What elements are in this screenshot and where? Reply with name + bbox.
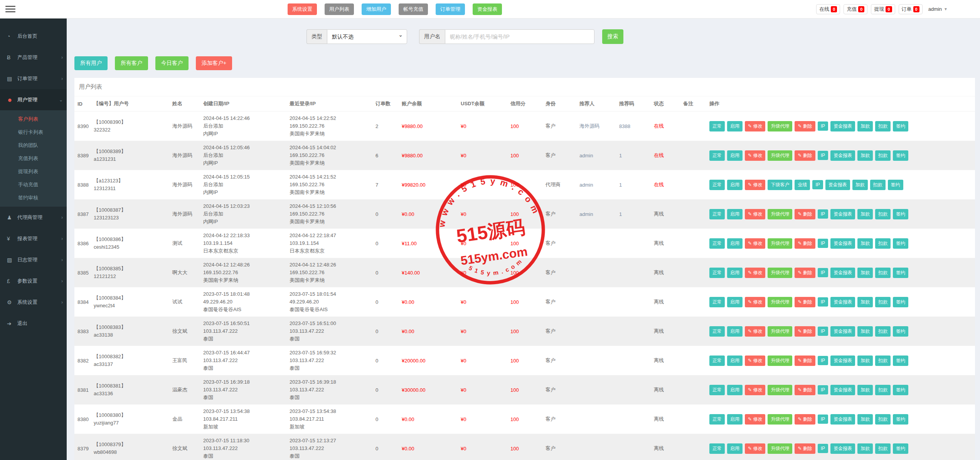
action-funds-report-button[interactable]: 资金报表 (830, 326, 855, 337)
sidebar-subitem-客户列表[interactable]: 客户列表 (0, 113, 67, 126)
sidebar-item-系统设置[interactable]: ⚙系统设置› (0, 292, 67, 313)
action-deduct-funds-button[interactable]: 扣款 (875, 414, 891, 425)
action-upgrade-agent-button[interactable]: 升级代理 (768, 385, 792, 395)
action-delete-button[interactable]: ✎ 删除 (795, 414, 815, 425)
action-funds-report-button[interactable]: 资金报表 (830, 209, 855, 219)
action-sign-button[interactable]: 签约 (893, 121, 908, 131)
action-normal-button[interactable]: 正常 (709, 414, 725, 425)
action-ip-button[interactable]: IP (818, 121, 828, 131)
action-edit-button[interactable]: ✎ 修改 (745, 326, 765, 337)
topnav-add-user-button[interactable]: 增加用户 (362, 3, 391, 15)
action-delete-button[interactable]: ✎ 删除 (795, 209, 815, 219)
sidebar-item-代理商管理[interactable]: ♟代理商管理› (0, 207, 67, 228)
action-upgrade-agent-button[interactable]: 升级代理 (768, 443, 792, 454)
action-delete-button[interactable]: ✎ 删除 (795, 297, 815, 307)
filter-all-users-button[interactable]: 所有用户 (74, 56, 108, 70)
action-deduct-funds-button[interactable]: 扣款 (875, 238, 891, 249)
action-ip-button[interactable]: IP (818, 209, 828, 219)
action-enable-button[interactable]: 启用 (727, 356, 743, 366)
cell-referrer[interactable]: admin (576, 199, 616, 229)
action-enable-button[interactable]: 启用 (727, 268, 743, 278)
search-button[interactable]: 搜索 (602, 29, 623, 44)
cell-referrer[interactable]: admin (576, 170, 616, 199)
filter-all-clients-button[interactable]: 所有客户 (115, 56, 148, 70)
action-normal-button[interactable]: 正常 (709, 356, 725, 366)
action-enable-button[interactable]: 启用 (727, 209, 743, 219)
action-enable-button[interactable]: 启用 (727, 150, 743, 161)
action-delete-button[interactable]: ✎ 删除 (795, 121, 815, 131)
action-deduct-funds-button[interactable]: 扣款 (875, 150, 891, 161)
action-add-funds-button[interactable]: 加款 (857, 356, 873, 366)
sidebar-item-后台首页[interactable]: ◔后台首页 (0, 25, 67, 47)
action-add-funds-button[interactable]: 加款 (857, 297, 873, 307)
menu-toggle-icon[interactable] (5, 6, 15, 12)
action-deduct-funds-button[interactable]: 扣款 (875, 385, 891, 395)
sidebar-subitem-充值列表[interactable]: 充值列表 (0, 152, 67, 165)
action-normal-button[interactable]: 正常 (709, 150, 725, 161)
action-edit-button[interactable]: ✎ 修改 (745, 121, 765, 131)
action-performance-button[interactable]: 业绩 (795, 180, 810, 190)
action-normal-button[interactable]: 正常 (709, 180, 725, 190)
action-edit-button[interactable]: ✎ 修改 (745, 180, 765, 190)
action-ip-button[interactable]: IP (818, 327, 828, 336)
action-delete-button[interactable]: ✎ 删除 (795, 385, 815, 395)
action-ip-button[interactable]: IP (818, 268, 828, 277)
stat-chip-orders[interactable]: 订单0 (899, 4, 923, 14)
sidebar-subitem-我的团队[interactable]: 我的团队 (0, 139, 67, 152)
action-add-funds-button[interactable]: 加款 (857, 385, 873, 395)
action-enable-button[interactable]: 启用 (727, 297, 743, 307)
action-enable-button[interactable]: 启用 (727, 326, 743, 337)
action-add-funds-button[interactable]: 加款 (857, 443, 873, 454)
action-edit-button[interactable]: ✎ 修改 (745, 268, 765, 278)
action-funds-report-button[interactable]: 资金报表 (830, 443, 855, 454)
action-deduct-funds-button[interactable]: 扣款 (875, 209, 891, 219)
action-deduct-funds-button[interactable]: 扣款 (870, 180, 886, 190)
action-delete-button[interactable]: ✎ 删除 (795, 356, 815, 366)
action-sign-button[interactable]: 签约 (893, 209, 908, 219)
filter-today-clients-button[interactable]: 今日客户 (155, 56, 189, 70)
action-deduct-funds-button[interactable]: 扣款 (875, 268, 891, 278)
action-sign-button[interactable]: 签约 (893, 238, 908, 249)
action-enable-button[interactable]: 启用 (727, 385, 743, 395)
action-add-funds-button[interactable]: 加款 (857, 268, 873, 278)
action-funds-report-button[interactable]: 资金报表 (830, 385, 855, 395)
action-funds-report-button[interactable]: 资金报表 (830, 268, 855, 278)
action-sign-button[interactable]: 签约 (893, 268, 908, 278)
action-edit-button[interactable]: ✎ 修改 (745, 209, 765, 219)
action-normal-button[interactable]: 正常 (709, 297, 725, 307)
sidebar-item-订单管理[interactable]: ▤订单管理› (0, 68, 67, 89)
action-edit-button[interactable]: ✎ 修改 (745, 443, 765, 454)
action-add-funds-button[interactable]: 加款 (857, 326, 873, 337)
filter-add-client-button[interactable]: 添加客户+ (196, 56, 232, 70)
action-edit-button[interactable]: ✎ 修改 (745, 297, 765, 307)
action-normal-button[interactable]: 正常 (709, 209, 725, 219)
action-add-funds-button[interactable]: 加款 (857, 121, 873, 131)
topnav-system-settings-button[interactable]: 系统设置 (288, 3, 317, 15)
action-edit-button[interactable]: ✎ 修改 (745, 150, 765, 161)
action-ip-button[interactable]: IP (818, 415, 828, 424)
action-delete-button[interactable]: ✎ 删除 (795, 238, 815, 249)
sidebar-subitem-银行卡列表[interactable]: 银行卡列表 (0, 126, 67, 139)
action-funds-report-button[interactable]: 资金报表 (825, 180, 850, 190)
action-add-funds-button[interactable]: 加款 (857, 238, 873, 249)
action-ip-button[interactable]: IP (818, 444, 828, 453)
action-sign-button[interactable]: 签约 (893, 356, 908, 366)
cell-ref-code[interactable]: 1 (616, 170, 651, 199)
action-sign-button[interactable]: 签约 (888, 180, 903, 190)
action-ip-button[interactable]: IP (818, 356, 828, 365)
action-sign-button[interactable]: 签约 (893, 385, 908, 395)
action-add-funds-button[interactable]: 加款 (857, 209, 873, 219)
topnav-order-management-button[interactable]: 订单管理 (436, 3, 465, 15)
sidebar-item-日志管理[interactable]: ▨日志管理› (0, 249, 67, 270)
action-deduct-funds-button[interactable]: 扣款 (875, 326, 891, 337)
stat-chip-withdraw[interactable]: 提现0 (871, 4, 895, 14)
sidebar-item-产品管理[interactable]: Ƀ产品管理› (0, 47, 67, 68)
search-input[interactable] (445, 29, 594, 44)
action-normal-button[interactable]: 正常 (709, 238, 725, 249)
action-add-funds-button[interactable]: 加款 (857, 414, 873, 425)
topnav-funds-report-button[interactable]: 资金报表 (473, 3, 502, 15)
action-enable-button[interactable]: 启用 (727, 443, 743, 454)
action-upgrade-agent-button[interactable]: 升级代理 (768, 238, 792, 249)
action-funds-report-button[interactable]: 资金报表 (830, 356, 855, 366)
action-normal-button[interactable]: 正常 (709, 121, 725, 131)
